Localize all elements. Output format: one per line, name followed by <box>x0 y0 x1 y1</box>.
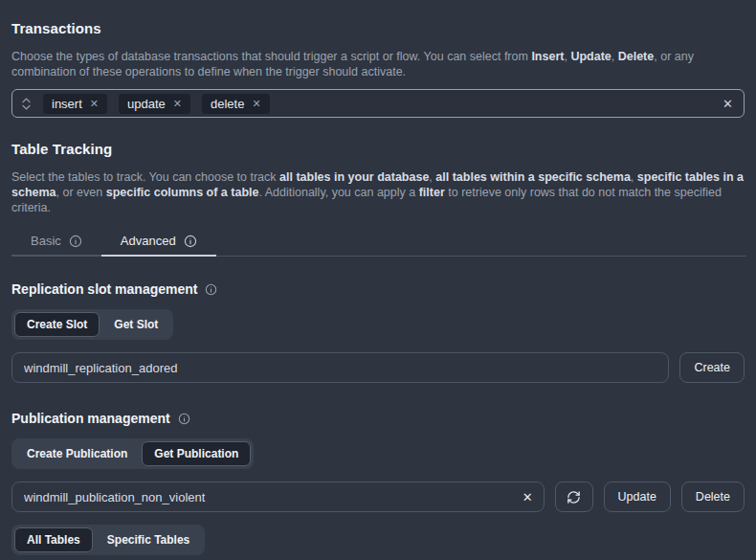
toggle-option-get-slot[interactable]: Get Slot <box>101 312 170 337</box>
info-icon <box>184 235 197 248</box>
tab-advanced-label: Advanced <box>121 234 176 248</box>
replication-slot-title: Replication slot management <box>11 281 197 297</box>
replication-slot-name-input[interactable] <box>11 352 669 383</box>
selected-transaction-tag: update ✕ <box>119 94 190 114</box>
transactions-multiselect[interactable]: insert ✕ update ✕ delete ✕ ✕ <box>11 89 745 118</box>
table-tracking-tabs: Basic Advanced <box>11 231 746 257</box>
publication-input-wrap: ✕ <box>11 482 545 512</box>
remove-tag-icon[interactable]: ✕ <box>173 99 182 109</box>
publication-heading: Publication management <box>11 411 745 426</box>
toggle-option-create-slot[interactable]: Create Slot <box>14 312 100 337</box>
toggle-option-get-publication[interactable]: Get Publication <box>142 441 251 466</box>
selected-transaction-tag: delete ✕ <box>202 94 270 114</box>
info-icon <box>205 283 217 296</box>
toggle-option-all-tables[interactable]: All Tables <box>14 527 93 552</box>
replication-slot-row: Create <box>11 352 745 383</box>
table-tracking-title: Table Tracking <box>11 141 745 157</box>
transactions-description: Choose the types of database transaction… <box>11 49 745 79</box>
chevrons-up-down-icon <box>21 97 32 111</box>
remove-tag-icon[interactable]: ✕ <box>90 99 99 109</box>
clear-input-icon[interactable]: ✕ <box>523 491 533 504</box>
publication-row: ✕ Update Delete <box>11 482 745 512</box>
tag-label: update <box>127 97 166 111</box>
update-publication-button[interactable]: Update <box>604 482 671 512</box>
info-icon <box>69 235 82 248</box>
tag-label: delete <box>211 97 244 111</box>
info-icon <box>178 413 190 425</box>
remove-tag-icon[interactable]: ✕ <box>252 99 260 109</box>
tab-basic-label: Basic <box>31 234 61 248</box>
tag-label: insert <box>52 97 82 111</box>
database-trigger-settings-panel: Transactions Choose the types of databas… <box>0 0 756 560</box>
clear-all-icon[interactable]: ✕ <box>723 98 733 110</box>
table-tracking-description: Select the tables to track. You can choo… <box>11 169 745 215</box>
tab-basic[interactable]: Basic <box>11 231 101 257</box>
tab-advanced[interactable]: Advanced <box>101 231 216 257</box>
replication-slot-heading: Replication slot management <box>11 281 745 297</box>
publication-title: Publication management <box>11 411 170 426</box>
refresh-icon <box>567 490 581 504</box>
refresh-button[interactable] <box>555 482 593 512</box>
delete-publication-button[interactable]: Delete <box>681 482 745 512</box>
publication-name-input[interactable] <box>11 482 545 512</box>
create-slot-button[interactable]: Create <box>679 352 745 383</box>
toggle-option-create-publication[interactable]: Create Publication <box>14 441 140 466</box>
tables-scope-toggle: All Tables Specific Tables <box>11 525 205 555</box>
transactions-title: Transactions <box>11 20 745 36</box>
slot-mode-toggle: Create Slot Get Slot <box>11 309 173 340</box>
selected-transaction-tag: insert ✕ <box>43 94 107 114</box>
publication-mode-toggle: Create Publication Get Publication <box>11 438 254 469</box>
toggle-option-specific-tables[interactable]: Specific Tables <box>95 527 202 552</box>
